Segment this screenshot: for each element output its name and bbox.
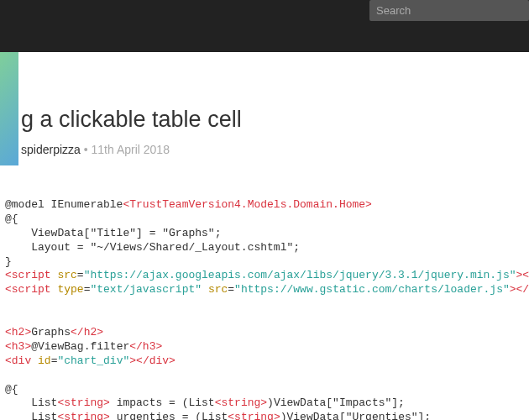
post-date: • 11th April 2018 — [84, 143, 170, 156]
search-scope-selector[interactable]: All — [524, 4, 529, 17]
author-link[interactable]: spiderpizza — [21, 143, 81, 156]
search-input[interactable] — [369, 1, 524, 20]
post-meta: spiderpizza • 11th April 2018 — [0, 143, 529, 156]
dark-strip — [0, 25, 529, 52]
content-area: g a clickable table cell spiderpizza • 1… — [0, 52, 529, 420]
avatar — [0, 52, 18, 165]
page-title: g a clickable table cell — [0, 69, 529, 133]
search-wrap: All — [369, 0, 529, 21]
top-bar: All — [0, 0, 529, 25]
code-block: @model IEnumerable<TrustTeamVersion4.Mod… — [0, 193, 529, 420]
